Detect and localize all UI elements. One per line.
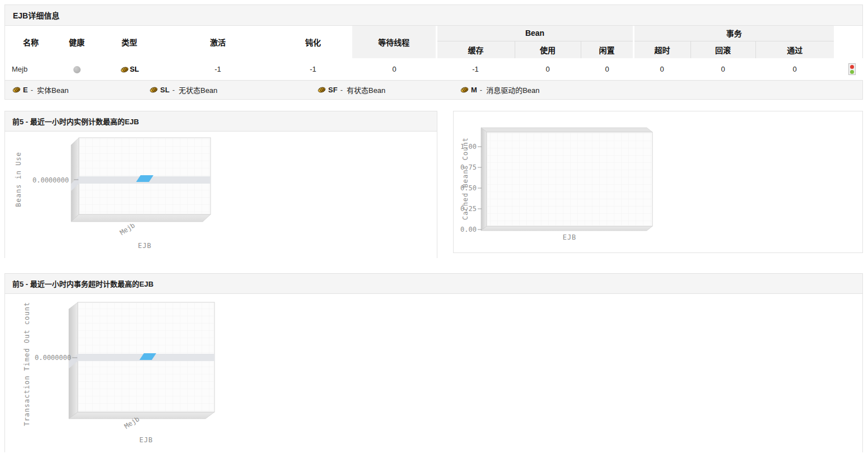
col-header-bean-in-use: 使用 (515, 41, 581, 58)
top5-tx-timeout-panel: 前5 - 最近一小时内事务超时计数最高的EJB Transaction Time… (4, 273, 863, 452)
legend-code: M (471, 86, 477, 94)
col-header-waiting-threads: 等待线程 (352, 26, 436, 58)
bean-type-legend: E - 实体Bean SL - 无状态Bean SF - 有状态Bean M -… (5, 80, 862, 99)
ejb-table: 名称 健康 类型 激活 钝化 等待线程 Bean 事务 缓存 使用 闲置 超时 … (5, 26, 868, 80)
legend-separator: - (31, 86, 33, 94)
chart1-y-axis-label: Beans in Use (15, 152, 22, 207)
col-group-bean: Bean (436, 26, 633, 41)
chart3-title: 前5 - 最近一小时内事务超时计数最高的EJB (5, 274, 862, 294)
legend-item-entity: E - 实体Bean (12, 85, 149, 95)
red-light (850, 65, 854, 69)
legend-code: SF (328, 86, 338, 94)
legend-separator: - (340, 86, 343, 94)
charts-row: 前5 - 最近一小时内实例计数最高的EJB Beans in Use 0.000… (4, 111, 863, 258)
legend-desc: 有状态Bean (347, 85, 385, 95)
bean-icon (149, 86, 158, 93)
chart3-y-axis-label: Transaction Timed Out count (23, 302, 31, 426)
chart3-3d-box (5, 294, 862, 454)
health-unknown-icon (73, 66, 81, 73)
tx-committed-value: 0 (755, 58, 834, 80)
col-group-transaction: 事务 (633, 26, 834, 41)
chart2-tick-000: 0.00 (456, 226, 477, 233)
bean-idle-value: 0 (581, 58, 633, 80)
cached-beans-panel: Cached Beans Count 1.00 0.75 0.50 0.25 0… (453, 111, 863, 253)
col-header-bean-cached: 缓存 (436, 41, 515, 58)
legend-item-stateful: SF - 有状态Bean (317, 85, 460, 95)
chart2-3d-box (454, 111, 862, 252)
bean-in-use-value: 0 (515, 58, 581, 80)
bean-icon (12, 86, 21, 93)
chart1-title: 前5 - 最近一小时内实例计数最高的EJB (5, 111, 437, 132)
tx-rolled-back-value: 0 (690, 58, 755, 80)
col-header-bean-idle: 闲置 (581, 41, 633, 58)
ejb-dashboard: EJB详细信息 名称 健康 类型 激活 钝化 等待线程 Bean 事务 (0, 0, 868, 454)
health-cell (57, 58, 97, 80)
availability-cell (834, 58, 868, 80)
col-header-activation: 激活 (162, 26, 274, 58)
chart2-tick-075: 0.75 (456, 163, 477, 171)
legend-code: SL (160, 86, 170, 94)
legend-separator: - (480, 86, 482, 94)
chart3-x-axis-label: EJB (78, 436, 214, 444)
legend-separator: - (172, 86, 175, 94)
col-header-name: 名称 (5, 26, 57, 58)
type-cell: SL (97, 58, 162, 80)
chart1-tick-0: 0.0000000 (29, 176, 69, 184)
col-header-tx-timed-out: 超时 (633, 41, 690, 58)
col-header-passivation: 钝化 (274, 26, 352, 58)
col-header-health: 健康 (57, 26, 97, 58)
chart1-x-axis-label: EJB (79, 242, 211, 250)
activation-value: -1 (162, 58, 274, 80)
legend-desc: 无状态Bean (179, 85, 217, 95)
tx-timed-out-value: 0 (633, 58, 690, 80)
passivation-value: -1 (274, 58, 352, 80)
traffic-light-icon[interactable] (848, 63, 856, 75)
bean-icon (317, 86, 326, 93)
col-header-tx-committed: 通过 (755, 41, 834, 58)
col-header-availability (834, 26, 868, 58)
waiting-threads-value: 0 (352, 58, 436, 80)
bean-icon (120, 66, 129, 73)
table-row: Mejb SL -1 -1 0 -1 0 0 0 0 0 (5, 58, 868, 80)
chart3-tick-0: 0.0000000 (31, 354, 71, 362)
chart2-x-axis-label: EJB (487, 233, 652, 241)
chart2-plot: Cached Beans Count 1.00 0.75 0.50 0.25 0… (454, 111, 862, 252)
legend-desc: 消息驱动的Bean (486, 85, 539, 95)
chart1-3d-box (5, 132, 437, 260)
legend-item-message-driven: M - 消息驱动的Bean (460, 85, 540, 95)
chart2-tick-050: 0.50 (456, 184, 477, 192)
panel-title-ejb-details: EJB详细信息 (5, 5, 862, 26)
chart2-tick-100: 1.00 (456, 143, 477, 151)
top5-instance-count-panel: 前5 - 最近一小时内实例计数最高的EJB Beans in Use 0.000… (4, 111, 437, 258)
chart3-plot: Transaction Timed Out count 0.0000000 Me… (5, 294, 862, 454)
bean-type-code: SL (130, 65, 139, 74)
ejb-name-link[interactable]: Mejb (5, 58, 57, 80)
bean-cached-value: -1 (436, 58, 515, 80)
col-header-tx-rolled-back: 回滚 (690, 41, 755, 58)
legend-item-stateless: SL - 无状态Bean (149, 85, 317, 95)
chart1-plot: Beans in Use 0.0000000 Mejb EJB (5, 132, 437, 260)
legend-code: E (23, 86, 28, 94)
legend-desc: 实体Bean (37, 85, 68, 95)
col-header-type: 类型 (97, 26, 162, 58)
bean-icon (460, 86, 469, 93)
chart2-tick-025: 0.25 (456, 205, 477, 213)
ejb-details-panel: EJB详细信息 名称 健康 类型 激活 钝化 等待线程 Bean 事务 (4, 4, 863, 100)
green-light (850, 70, 854, 74)
